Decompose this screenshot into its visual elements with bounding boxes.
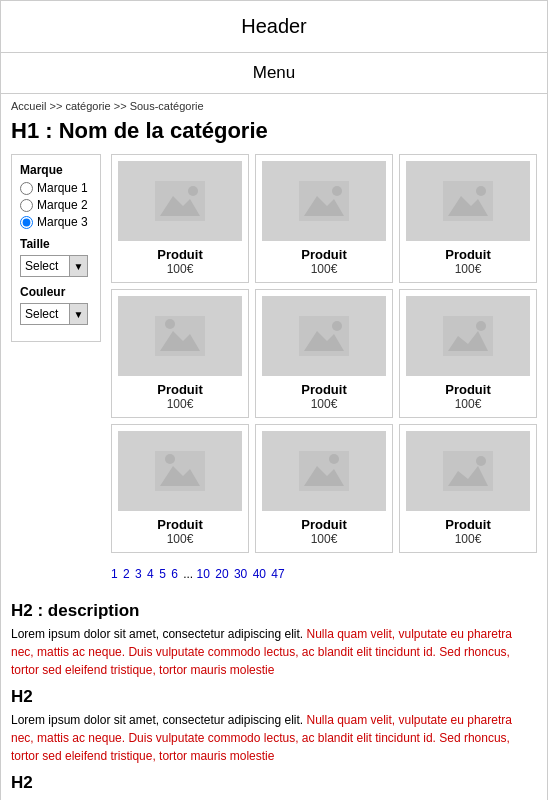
- site-header: Header: [1, 1, 547, 53]
- header-title: Header: [241, 15, 307, 37]
- size-filter-title: Taille: [20, 237, 92, 251]
- desc-heading-3: H2: [11, 773, 537, 793]
- product-image-8: [262, 431, 386, 511]
- product-card-8[interactable]: Produit 100€: [255, 424, 393, 553]
- page-link-47[interactable]: 47: [271, 567, 284, 581]
- product-card-1[interactable]: Produit 100€: [111, 154, 249, 283]
- product-card-7[interactable]: Produit 100€: [111, 424, 249, 553]
- product-name-4: Produit: [157, 382, 203, 397]
- product-price-8: 100€: [311, 532, 338, 546]
- product-grid: Produit 100€ Produit 100€: [111, 154, 537, 593]
- page-link-6[interactable]: 6: [171, 567, 178, 581]
- product-price-4: 100€: [167, 397, 194, 411]
- site-menu[interactable]: Menu: [1, 53, 547, 94]
- product-row-3: Produit 100€ Produit 100€: [111, 424, 537, 553]
- size-filter-section: Taille Select ▼: [20, 237, 92, 277]
- page-link-2[interactable]: 2: [123, 567, 130, 581]
- color-select-arrow-icon: ▼: [69, 304, 87, 324]
- product-price-5: 100€: [311, 397, 338, 411]
- brand-label-3: Marque 3: [37, 215, 88, 229]
- product-price-7: 100€: [167, 532, 194, 546]
- product-price-6: 100€: [455, 397, 482, 411]
- svg-point-26: [476, 456, 486, 466]
- product-card-2[interactable]: Produit 100€: [255, 154, 393, 283]
- description-section: H2 : description Lorem ipsum dolor sit a…: [1, 601, 547, 800]
- product-card-9[interactable]: Produit 100€: [399, 424, 537, 553]
- page-link-4[interactable]: 4: [147, 567, 154, 581]
- product-card-5[interactable]: Produit 100€: [255, 289, 393, 418]
- brand-radio-3[interactable]: [20, 216, 33, 229]
- product-image-4: [118, 296, 242, 376]
- brand-radio-1[interactable]: [20, 182, 33, 195]
- page-title: H1 : Nom de la catégorie: [1, 114, 547, 154]
- brand-option-2[interactable]: Marque 2: [20, 198, 92, 212]
- product-image-6: [406, 296, 530, 376]
- svg-point-11: [165, 319, 175, 329]
- desc-highlight-1: Nulla quam velit, vulputate eu pharetra …: [11, 627, 512, 677]
- svg-point-5: [332, 186, 342, 196]
- breadcrumb: Accueil >> catégorie >> Sous-catégorie: [1, 94, 547, 114]
- brand-filter-title: Marque: [20, 163, 92, 177]
- product-name-5: Produit: [301, 382, 347, 397]
- page-link-20[interactable]: 20: [215, 567, 228, 581]
- page-link-10[interactable]: 10: [197, 567, 210, 581]
- product-name-7: Produit: [157, 517, 203, 532]
- product-name-1: Produit: [157, 247, 203, 262]
- product-name-9: Produit: [445, 517, 491, 532]
- size-select[interactable]: Select ▼: [20, 255, 88, 277]
- svg-point-8: [476, 186, 486, 196]
- color-filter-section: Couleur Select ▼: [20, 285, 92, 325]
- product-price-2: 100€: [311, 262, 338, 276]
- product-card-4[interactable]: Produit 100€: [111, 289, 249, 418]
- svg-point-23: [329, 454, 339, 464]
- product-image-9: [406, 431, 530, 511]
- brand-label-2: Marque 2: [37, 198, 88, 212]
- product-name-6: Produit: [445, 382, 491, 397]
- product-image-1: [118, 161, 242, 241]
- desc-heading-1: H2 : description: [11, 601, 537, 621]
- desc-block-1: H2 : description Lorem ipsum dolor sit a…: [11, 601, 537, 679]
- svg-point-17: [476, 321, 486, 331]
- brand-filter-group: Marque 1 Marque 2 Marque 3: [20, 181, 92, 229]
- desc-block-3: H2 Lorem ipsum dolor sit amet, consectet…: [11, 773, 537, 800]
- product-name-3: Produit: [445, 247, 491, 262]
- desc-block-2: H2 Lorem ipsum dolor sit amet, consectet…: [11, 687, 537, 765]
- color-select[interactable]: Select ▼: [20, 303, 88, 325]
- page-ellipsis: ...: [183, 567, 196, 581]
- size-select-arrow-icon: ▼: [69, 256, 87, 276]
- product-price-1: 100€: [167, 262, 194, 276]
- brand-label-1: Marque 1: [37, 181, 88, 195]
- svg-point-20: [165, 454, 175, 464]
- product-card-3[interactable]: Produit 100€: [399, 154, 537, 283]
- sidebar: Marque Marque 1 Marque 2 Marque 3 Taille…: [11, 154, 101, 342]
- page-link-5[interactable]: 5: [159, 567, 166, 581]
- brand-radio-2[interactable]: [20, 199, 33, 212]
- desc-highlight-2: Nulla quam velit, vulputate eu pharetra …: [11, 713, 512, 763]
- desc-heading-2: H2: [11, 687, 537, 707]
- product-row-1: Produit 100€ Produit 100€: [111, 154, 537, 283]
- product-price-9: 100€: [455, 532, 482, 546]
- product-name-2: Produit: [301, 247, 347, 262]
- color-filter-title: Couleur: [20, 285, 92, 299]
- svg-point-2: [188, 186, 198, 196]
- product-name-8: Produit: [301, 517, 347, 532]
- desc-text-2: Lorem ipsum dolor sit amet, consectetur …: [11, 711, 537, 765]
- product-image-7: [118, 431, 242, 511]
- brand-option-1[interactable]: Marque 1: [20, 181, 92, 195]
- pagination: 1 2 3 4 5 6 ... 10 20 30 40 47: [111, 559, 537, 593]
- product-row-2: Produit 100€ Produit 100€: [111, 289, 537, 418]
- brand-option-3[interactable]: Marque 3: [20, 215, 92, 229]
- page-link-1[interactable]: 1: [111, 567, 118, 581]
- page-link-40[interactable]: 40: [253, 567, 266, 581]
- product-image-3: [406, 161, 530, 241]
- color-select-value: Select: [21, 305, 69, 323]
- main-layout: Marque Marque 1 Marque 2 Marque 3 Taille…: [1, 154, 547, 593]
- product-card-6[interactable]: Produit 100€: [399, 289, 537, 418]
- page-link-3[interactable]: 3: [135, 567, 142, 581]
- menu-label: Menu: [253, 63, 296, 82]
- page-link-30[interactable]: 30: [234, 567, 247, 581]
- desc-text-1: Lorem ipsum dolor sit amet, consectetur …: [11, 625, 537, 679]
- size-select-value: Select: [21, 257, 69, 275]
- product-image-2: [262, 161, 386, 241]
- svg-point-14: [332, 321, 342, 331]
